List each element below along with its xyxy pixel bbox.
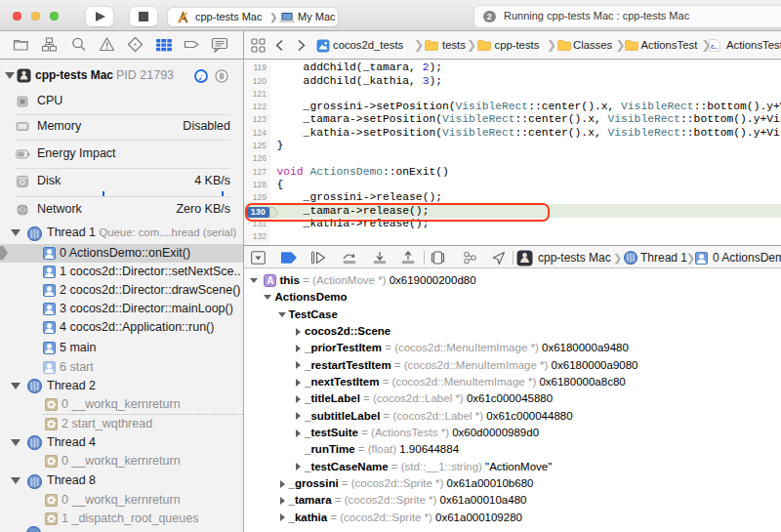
svg-text:A: A bbox=[267, 275, 273, 286]
svg-text:c..: c.. bbox=[711, 43, 718, 50]
